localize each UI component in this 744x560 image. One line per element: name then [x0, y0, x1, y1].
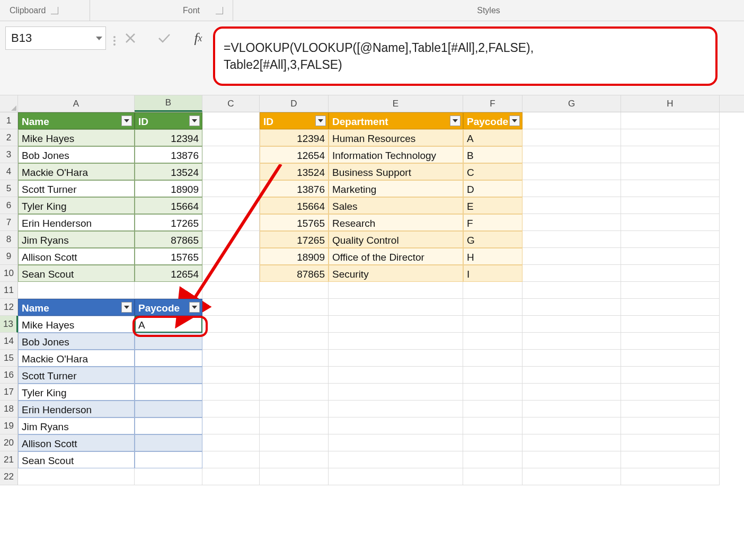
cell[interactable]: G — [463, 231, 522, 248]
cell[interactable] — [260, 316, 329, 333]
cell[interactable] — [621, 282, 720, 299]
cell[interactable] — [202, 180, 260, 197]
filter-icon[interactable] — [315, 115, 326, 126]
cell[interactable] — [329, 384, 463, 401]
cell[interactable] — [621, 367, 720, 384]
row-header[interactable]: 20 — [0, 434, 18, 451]
cell[interactable]: Sean Scout — [18, 451, 135, 468]
filter-icon[interactable] — [121, 302, 132, 313]
cell[interactable]: Scott Turner — [18, 180, 135, 197]
row-header[interactable]: 14 — [0, 333, 18, 350]
cell[interactable] — [202, 231, 260, 248]
cell[interactable] — [202, 384, 260, 401]
cell[interactable] — [202, 163, 260, 180]
cell[interactable]: Tyler King — [18, 384, 135, 401]
row-header[interactable]: 11 — [0, 282, 18, 299]
cell[interactable] — [522, 248, 621, 265]
cell[interactable] — [202, 265, 260, 282]
cell[interactable]: 15664 — [135, 197, 202, 214]
cell[interactable] — [202, 129, 260, 146]
cell[interactable]: 13876 — [260, 180, 329, 197]
cell[interactable] — [202, 417, 260, 434]
row-header[interactable]: 13 — [0, 316, 18, 333]
cell[interactable] — [202, 282, 260, 299]
cell[interactable] — [463, 282, 522, 299]
cell[interactable]: Mackie O'Hara — [18, 350, 135, 367]
cell[interactable]: Name — [18, 112, 135, 129]
filter-icon[interactable] — [121, 115, 132, 126]
cell[interactable] — [202, 451, 260, 468]
chevron-down-icon[interactable] — [96, 37, 102, 40]
cell[interactable]: Paycode — [135, 299, 202, 316]
cell[interactable] — [202, 214, 260, 231]
cell[interactable] — [522, 401, 621, 417]
row-header[interactable]: 15 — [0, 350, 18, 367]
cell[interactable] — [202, 367, 260, 384]
row-header[interactable]: 12 — [0, 299, 18, 316]
cell[interactable] — [329, 451, 463, 468]
cell[interactable] — [621, 468, 720, 485]
cell[interactable] — [135, 350, 202, 367]
row-header[interactable]: 8 — [0, 231, 18, 248]
cell[interactable] — [463, 299, 522, 316]
cell[interactable] — [522, 129, 621, 146]
cell[interactable] — [202, 333, 260, 350]
cell[interactable]: Allison Scott — [18, 248, 135, 265]
cell[interactable] — [202, 434, 260, 451]
filter-icon[interactable] — [189, 115, 200, 126]
row-header[interactable]: 5 — [0, 180, 18, 197]
cell[interactable] — [260, 299, 329, 316]
row-header[interactable]: 7 — [0, 214, 18, 231]
cell[interactable]: Allison Scott — [18, 434, 135, 451]
cell[interactable]: 87865 — [135, 231, 202, 248]
col-header-G[interactable]: G — [522, 95, 621, 112]
cell[interactable]: Sean Scout — [18, 265, 135, 282]
cell[interactable] — [621, 163, 720, 180]
cell[interactable] — [260, 333, 329, 350]
cell[interactable]: 12654 — [135, 265, 202, 282]
cell[interactable]: 17265 — [260, 231, 329, 248]
cell[interactable]: ID — [260, 112, 329, 129]
cell[interactable] — [202, 112, 260, 129]
cell[interactable] — [522, 112, 621, 129]
cell[interactable] — [202, 350, 260, 367]
cell[interactable] — [260, 282, 329, 299]
cell[interactable] — [621, 146, 720, 163]
cell[interactable] — [135, 401, 202, 417]
filter-icon[interactable] — [189, 302, 200, 313]
cell[interactable]: Bob Jones — [18, 333, 135, 350]
filter-icon[interactable] — [509, 115, 520, 126]
cell[interactable] — [18, 468, 135, 485]
cell[interactable] — [522, 316, 621, 333]
cell[interactable] — [260, 350, 329, 367]
cell[interactable] — [202, 299, 260, 316]
cell[interactable] — [621, 333, 720, 350]
cell[interactable]: Security — [329, 265, 463, 282]
row-header[interactable]: 10 — [0, 265, 18, 282]
cell[interactable] — [621, 231, 720, 248]
cell[interactable] — [522, 265, 621, 282]
cell[interactable] — [329, 316, 463, 333]
cell[interactable] — [260, 401, 329, 417]
cell[interactable]: ID — [135, 112, 202, 129]
col-header-H[interactable]: H — [621, 95, 720, 112]
col-header-F[interactable]: F — [463, 95, 522, 112]
cell[interactable] — [621, 214, 720, 231]
cell[interactable]: Tyler King — [18, 197, 135, 214]
cell[interactable] — [621, 401, 720, 417]
cell[interactable] — [621, 316, 720, 333]
cell[interactable] — [621, 180, 720, 197]
cell[interactable]: 13876 — [135, 146, 202, 163]
cell[interactable] — [621, 384, 720, 401]
cell[interactable] — [463, 451, 522, 468]
cell[interactable] — [135, 333, 202, 350]
cell[interactable] — [522, 468, 621, 485]
cell[interactable]: 87865 — [260, 265, 329, 282]
cell[interactable]: A — [135, 316, 202, 333]
cell[interactable] — [463, 367, 522, 384]
cell[interactable]: Human Resources — [329, 129, 463, 146]
cell[interactable] — [260, 451, 329, 468]
cell[interactable] — [621, 197, 720, 214]
cell[interactable] — [202, 248, 260, 265]
col-header-E[interactable]: E — [329, 95, 463, 112]
